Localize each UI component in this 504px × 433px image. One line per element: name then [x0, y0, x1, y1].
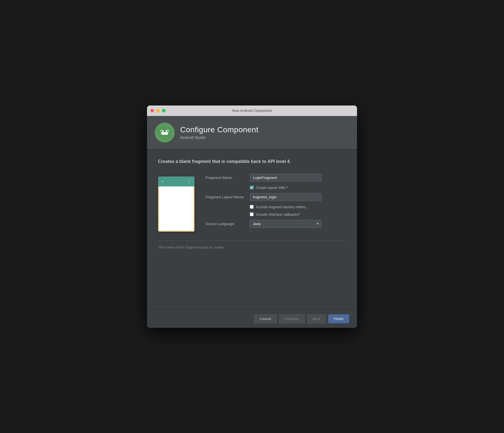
- fragment-layout-name-label: Fragment Layout Name:: [206, 195, 250, 199]
- hint-text: The name of the fragment class to create: [158, 245, 346, 249]
- include-factory-method-label: Include fragment factory metho...: [256, 205, 308, 209]
- phone-back-icon: ←: [161, 179, 165, 184]
- maximize-button[interactable]: [162, 109, 166, 112]
- source-language-select-wrapper: Java Kotlin ▼: [250, 220, 322, 228]
- main-content-area: ← ⋮ Fragment Name: Create layout XML?: [158, 174, 346, 232]
- header-text: Configure Component Android Studio: [180, 125, 258, 140]
- create-layout-xml-checkbox[interactable]: [250, 186, 254, 189]
- logo-icon: [155, 123, 175, 142]
- window-controls: [150, 109, 166, 112]
- divider: [158, 241, 346, 241]
- dialog-footer: Cancel Previous Next Finish: [147, 310, 357, 328]
- create-layout-xml-label: Create layout XML?: [256, 186, 288, 190]
- svg-rect-3: [161, 132, 168, 135]
- dialog-window: New Android Component Configure Componen…: [147, 105, 357, 328]
- svg-point-1: [162, 130, 164, 132]
- cancel-button[interactable]: Cancel: [254, 314, 277, 323]
- include-callbacks-label: Include interface callbacks?: [256, 212, 300, 216]
- include-callbacks-checkbox[interactable]: [250, 212, 254, 216]
- phone-toolbar: ← ⋮: [158, 176, 195, 186]
- fragment-layout-name-row: Fragment Layout Name:: [206, 193, 346, 201]
- include-factory-method-checkbox[interactable]: [250, 205, 254, 209]
- source-language-label: Source Language:: [206, 222, 250, 226]
- dialog-title: Configure Component: [180, 125, 258, 134]
- source-language-row: Source Language: Java Kotlin ▼: [206, 220, 346, 228]
- phone-body: [158, 186, 195, 232]
- dialog-subtitle: Android Studio: [180, 135, 258, 140]
- create-layout-xml-row: Create layout XML?: [250, 186, 346, 190]
- form-area: Fragment Name: Create layout XML? Fragme…: [206, 174, 346, 232]
- fragment-layout-name-input[interactable]: [250, 193, 322, 201]
- dialog-content: Creates a blank fragment that is compati…: [147, 149, 357, 310]
- phone-preview: ← ⋮: [158, 176, 195, 232]
- finish-button[interactable]: Finish: [328, 314, 349, 323]
- next-button[interactable]: Next: [307, 314, 326, 323]
- fragment-name-label: Fragment Name:: [206, 176, 250, 180]
- include-factory-method-row: Include fragment factory metho...: [250, 205, 346, 209]
- dialog-header: Configure Component Android Studio: [147, 116, 357, 149]
- minimize-button[interactable]: [156, 109, 160, 112]
- include-callbacks-row: Include interface callbacks?: [250, 212, 346, 216]
- close-button[interactable]: [150, 109, 154, 112]
- description-text: Creates a blank fragment that is compati…: [158, 158, 313, 165]
- title-bar: New Android Component: [147, 105, 357, 116]
- window-title: New Android Component: [232, 109, 272, 113]
- phone-menu-icon: ⋮: [187, 178, 192, 184]
- svg-point-2: [166, 130, 167, 132]
- fragment-name-input[interactable]: [250, 174, 322, 182]
- previous-button[interactable]: Previous: [279, 314, 305, 323]
- phone-frame: ← ⋮: [158, 176, 195, 232]
- source-language-select[interactable]: Java Kotlin: [250, 220, 322, 228]
- fragment-name-row: Fragment Name:: [206, 174, 346, 182]
